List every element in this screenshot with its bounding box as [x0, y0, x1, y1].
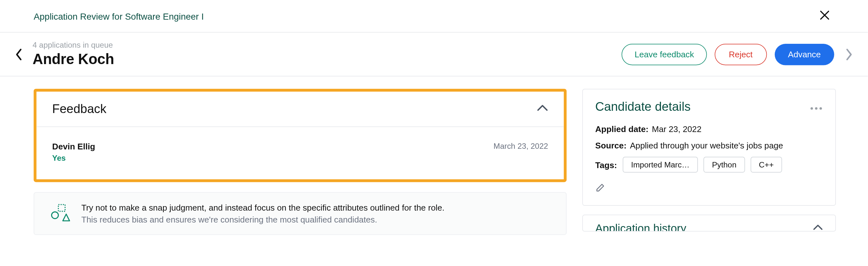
candidate-header: 4 applications in queue Andre Koch Leave… [0, 32, 868, 76]
bias-tip: Try not to make a snap judgment, and ins… [34, 192, 567, 235]
close-icon[interactable] [815, 8, 834, 25]
svg-point-4 [819, 107, 822, 110]
candidate-details-panel: Candidate details Applied date: Mar 23, … [582, 89, 836, 206]
leave-feedback-button[interactable]: Leave feedback [622, 44, 707, 65]
candidate-heading-block: 4 applications in queue Andre Koch [28, 41, 622, 68]
source-value: Applied through your website's jobs page [630, 140, 783, 150]
feedback-date: March 23, 2022 [494, 142, 548, 151]
page-title: Application Review for Software Engineer… [34, 11, 204, 22]
candidate-details-menu-icon[interactable] [809, 100, 823, 114]
left-column: Feedback Devin Ellig Yes March 23, 2022 [34, 89, 567, 235]
svg-point-3 [815, 107, 817, 110]
applied-date-row: Applied date: Mar 23, 2022 [595, 124, 823, 134]
source-row: Source: Applied through your website's j… [595, 140, 823, 150]
shapes-icon [50, 203, 71, 222]
tag-chip[interactable]: Imported Marc… [623, 157, 698, 172]
top-bar: Application Review for Software Engineer… [0, 0, 868, 32]
prev-candidate-button[interactable] [10, 45, 28, 63]
next-candidate-button[interactable] [840, 45, 858, 63]
feedback-reviewer-block: Devin Ellig Yes [52, 142, 95, 163]
feedback-panel-header[interactable]: Feedback [36, 91, 563, 127]
edit-tags-icon[interactable] [595, 183, 605, 192]
svg-rect-0 [58, 205, 65, 211]
right-column: Candidate details Applied date: Mar 23, … [582, 89, 836, 241]
body: Feedback Devin Ellig Yes March 23, 2022 [0, 76, 868, 241]
candidate-name: Andre Koch [32, 51, 622, 68]
tip-line-2: This reduces bias and ensures we're cons… [81, 215, 444, 224]
chevron-up-icon[interactable] [537, 104, 548, 114]
applied-date-label: Applied date: [595, 124, 648, 134]
tip-text: Try not to make a snap judgment, and ins… [81, 203, 444, 224]
tags-row: Tags: Imported Marc… Python C++ [595, 157, 823, 172]
feedback-highlight: Feedback Devin Ellig Yes March 23, 2022 [34, 89, 567, 182]
feedback-entry[interactable]: Devin Ellig Yes March 23, 2022 [36, 127, 563, 179]
reject-button[interactable]: Reject [715, 44, 767, 65]
header-actions: Leave feedback Reject Advance [622, 44, 834, 65]
application-history-title: Application history [595, 221, 686, 232]
feedback-reviewer: Devin Ellig [52, 142, 95, 151]
applied-date-value: Mar 23, 2022 [652, 124, 702, 134]
feedback-panel-title: Feedback [52, 102, 106, 116]
feedback-verdict: Yes [52, 153, 95, 162]
tags-label: Tags: [595, 160, 617, 169]
chevron-up-icon [813, 223, 823, 232]
tag-chip[interactable]: Python [704, 157, 745, 172]
source-label: Source: [595, 140, 626, 150]
advance-button[interactable]: Advance [774, 44, 834, 65]
tag-chip[interactable]: C++ [750, 157, 782, 172]
svg-point-1 [52, 212, 59, 219]
queue-count: 4 applications in queue [32, 41, 622, 50]
tip-line-1: Try not to make a snap judgment, and ins… [81, 203, 444, 213]
svg-point-2 [810, 107, 813, 110]
application-history-panel[interactable]: Application history [582, 215, 836, 232]
candidate-details-title: Candidate details [595, 100, 690, 114]
